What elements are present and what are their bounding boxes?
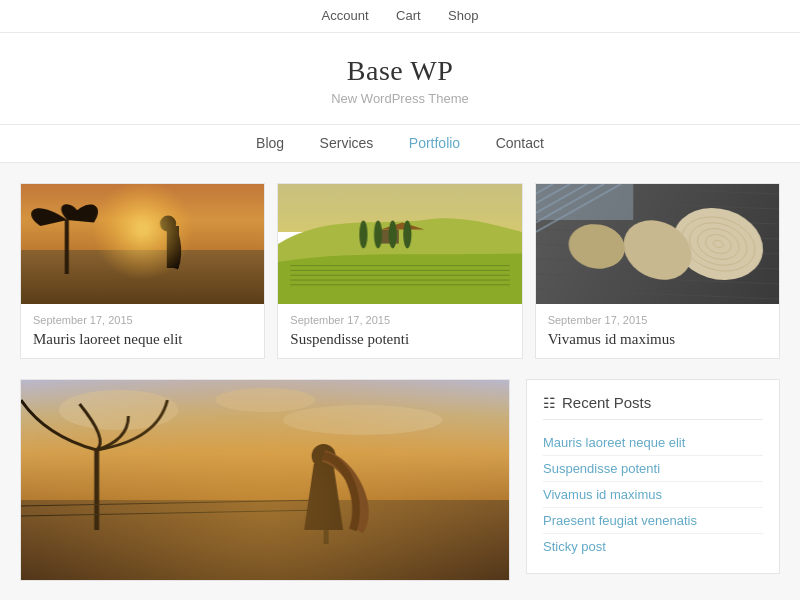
site-header: Base WP New WordPress Theme [0, 33, 800, 125]
top-nav-account[interactable]: Account [322, 8, 369, 23]
widget-title: ☷ Recent Posts [543, 394, 763, 420]
nav-services[interactable]: Services [320, 135, 374, 151]
post-card-2: September 17, 2015 Suspendisse potenti [277, 183, 522, 359]
post-title-1: Mauris laoreet neque elit [33, 331, 252, 348]
post-grid: September 17, 2015 Mauris laoreet neque … [20, 183, 780, 359]
recent-post-link-2[interactable]: Suspendisse potenti [543, 456, 763, 482]
featured-post [20, 379, 510, 581]
top-bar: Account Cart Shop [0, 0, 800, 33]
nav-blog[interactable]: Blog [256, 135, 284, 151]
post-thumb-3 [536, 184, 779, 304]
post-date-2: September 17, 2015 [290, 314, 509, 326]
content-area: September 17, 2015 Mauris laoreet neque … [0, 163, 800, 600]
recent-post-link-3[interactable]: Vivamus id maximus [543, 482, 763, 508]
nav-contact[interactable]: Contact [496, 135, 544, 151]
post-date-1: September 17, 2015 [33, 314, 252, 326]
post-thumb-2 [278, 184, 521, 304]
post-info-2: September 17, 2015 Suspendisse potenti [278, 304, 521, 358]
top-nav-shop[interactable]: Shop [448, 8, 478, 23]
recent-post-link-1[interactable]: Mauris laoreet neque elit [543, 430, 763, 456]
bottom-row: ☷ Recent Posts Mauris laoreet neque elit… [20, 379, 780, 581]
list-icon: ☷ [543, 395, 556, 411]
sidebar: ☷ Recent Posts Mauris laoreet neque elit… [526, 379, 780, 574]
recent-posts-widget: ☷ Recent Posts Mauris laoreet neque elit… [526, 379, 780, 574]
post-date-3: September 17, 2015 [548, 314, 767, 326]
post-info-1: September 17, 2015 Mauris laoreet neque … [21, 304, 264, 358]
post-thumb-1 [21, 184, 264, 304]
site-title: Base WP [0, 55, 800, 87]
recent-post-link-4[interactable]: Praesent feugiat venenatis [543, 508, 763, 534]
recent-post-link-5[interactable]: Sticky post [543, 534, 763, 559]
post-card-3: September 17, 2015 Vivamus id maximus [535, 183, 780, 359]
post-info-3: September 17, 2015 Vivamus id maximus [536, 304, 779, 358]
site-tagline: New WordPress Theme [0, 91, 800, 106]
post-title-2: Suspendisse potenti [290, 331, 509, 348]
featured-thumb [21, 380, 509, 580]
nav-portfolio[interactable]: Portfolio [409, 135, 460, 151]
post-title-3: Vivamus id maximus [548, 331, 767, 348]
top-nav-cart[interactable]: Cart [396, 8, 421, 23]
widget-title-text: Recent Posts [562, 394, 651, 411]
post-card-1: September 17, 2015 Mauris laoreet neque … [20, 183, 265, 359]
main-nav: Blog Services Portfolio Contact [0, 125, 800, 163]
